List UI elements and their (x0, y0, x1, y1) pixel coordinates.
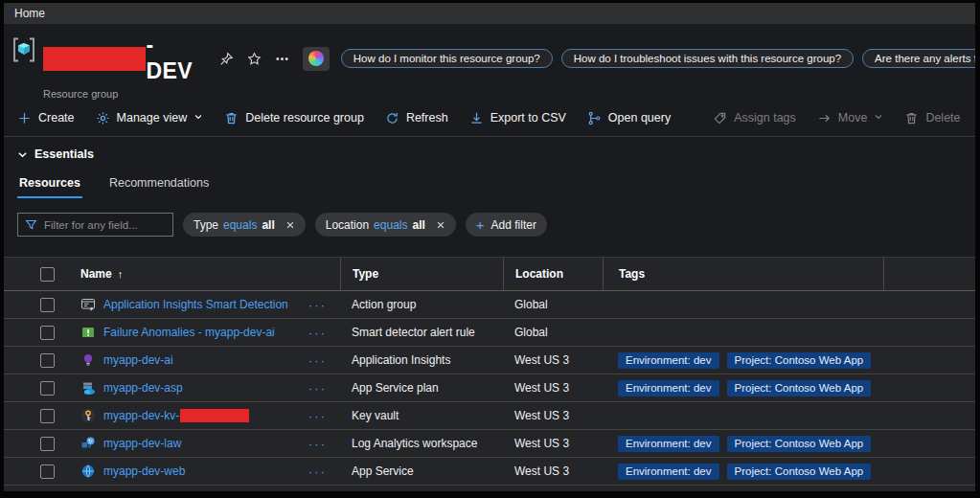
plus-icon (17, 111, 32, 125)
manage-view-button[interactable]: Manage view (96, 111, 204, 125)
add-filter-button[interactable]: + Add filter (466, 213, 547, 237)
tag-pill[interactable]: Project: Contoso Web App (727, 464, 872, 480)
row-context-menu-icon[interactable]: ··· (307, 326, 329, 340)
row-context-menu-icon[interactable]: ··· (307, 437, 329, 451)
row-checkbox[interactable] (40, 298, 55, 312)
column-header-type[interactable]: Type (340, 258, 503, 290)
pin-icon[interactable] (219, 52, 234, 66)
row-context-menu-icon[interactable]: ··· (307, 409, 329, 423)
column-header-tags[interactable]: Tags (603, 258, 883, 290)
breadcrumb-bar: Home (4, 3, 975, 24)
resource-name-link[interactable]: Failure Anomalies - myapp-dev-ai (103, 326, 275, 339)
tab-resources[interactable]: Resources (17, 176, 82, 198)
tag-icon (713, 111, 727, 125)
resource-type-label: Resource group (43, 88, 975, 100)
resource-location: West US 3 (503, 437, 603, 450)
tag-pill[interactable]: Environment: dev (618, 380, 719, 396)
select-all-checkbox[interactable] (40, 267, 55, 282)
row-checkbox[interactable] (40, 381, 55, 396)
tag-pill[interactable]: Environment: dev (618, 491, 719, 492)
resource-name-link[interactable]: myapp-dev-web (103, 464, 185, 478)
sort-ascending-icon: ↑ (118, 268, 124, 280)
delete-resource-group-button[interactable]: Delete resource group (224, 111, 364, 125)
resource-name-link[interactable]: Application Insights Smart Detection (103, 298, 288, 311)
action-group-icon (80, 297, 96, 312)
copilot-icon (308, 51, 324, 66)
arrow-right-icon (817, 111, 832, 125)
tab-recommendations[interactable]: Recommendations (107, 176, 211, 198)
row-context-menu-icon[interactable]: ··· (307, 353, 329, 368)
create-button[interactable]: Create (17, 111, 75, 125)
resource-tags: Environment: devProject: Contoso Web App (603, 464, 883, 480)
table-row: Application Insights Smart Detection···A… (4, 291, 975, 319)
page-title: -DEV (146, 33, 198, 84)
copilot-chip-1[interactable]: How do I troubleshoot issues with this r… (561, 49, 854, 68)
filter-pill-location[interactable]: Locationequalsall (315, 213, 456, 237)
table-row: myapp-dev-ai···Application InsightsWest … (4, 347, 975, 374)
tag-pill[interactable]: Project: Contoso Web App (727, 436, 872, 452)
essentials-toggle[interactable]: Essentials (17, 147, 94, 161)
export-to-csv-button[interactable]: Export to CSV (469, 111, 566, 125)
select-all-cell (4, 258, 73, 290)
row-checkbox[interactable] (40, 353, 55, 368)
tag-pill[interactable]: Project: Contoso Web App (727, 491, 872, 492)
resource-name-link[interactable]: myapp-dev-law (103, 437, 181, 450)
breadcrumb[interactable]: Home (14, 7, 45, 20)
row-context-menu-icon[interactable]: ··· (307, 464, 329, 479)
column-header-location[interactable]: Location (503, 258, 603, 290)
table-row: myapp-dev-asp···App Service planWest US … (4, 374, 975, 402)
filter-input[interactable] (44, 219, 166, 231)
table-row: myapp-dev-law···Log Analytics workspaceW… (4, 430, 975, 458)
resources-table: Name ↑ Type Location Tags Application In… (4, 257, 975, 491)
favorite-star-icon[interactable] (247, 52, 262, 66)
app-service-plan-icon (80, 380, 96, 396)
azure-portal-window: Home -DEV (4, 3, 975, 491)
more-options-icon[interactable] (275, 52, 289, 66)
column-header-spacer (883, 258, 975, 290)
copilot-button[interactable] (303, 47, 330, 71)
row-checkbox[interactable] (40, 464, 55, 479)
tag-pill[interactable]: Environment: dev (618, 352, 719, 369)
filter-bar: TypeequalsallLocationequalsall + Add fil… (17, 213, 975, 237)
add-filter-label: Add filter (491, 218, 536, 232)
resource-location: West US 3 (503, 353, 603, 367)
delete-button: Delete (904, 111, 960, 125)
tag-pill[interactable]: Project: Contoso Web App (727, 352, 872, 369)
table-row: Failure Anomalies - myapp-dev-ai···Smart… (4, 319, 975, 347)
tag-pill[interactable]: Environment: dev (618, 436, 719, 452)
copilot-chip-2[interactable]: Are there any alerts fired for this reso… (862, 49, 975, 68)
resource-type: Log Analytics workspace (340, 437, 503, 450)
refresh-button[interactable]: Refresh (385, 111, 448, 125)
assign-tags-button: Assign tags (713, 111, 796, 125)
gear-icon (96, 111, 110, 125)
copilot-chip-0[interactable]: How do I monitor this resource group? (341, 49, 553, 68)
funnel-icon (25, 218, 37, 231)
open-query-button[interactable]: Open query (587, 111, 671, 125)
filter-pill-type[interactable]: Typeequalsall (183, 213, 306, 237)
row-checkbox[interactable] (40, 409, 55, 423)
chevron-down-icon (17, 149, 28, 160)
resource-location: Global (503, 326, 603, 339)
plus-icon: + (476, 216, 485, 233)
row-context-menu-icon[interactable]: ··· (307, 381, 329, 396)
log-analytics-icon (80, 436, 96, 451)
tag-pill[interactable]: Environment: dev (618, 464, 719, 480)
resource-group-icon (11, 35, 37, 64)
row-checkbox[interactable] (40, 437, 55, 451)
resource-location: West US 3 (503, 381, 603, 395)
row-context-menu-icon[interactable]: ··· (307, 298, 329, 312)
resource-name-link[interactable]: myapp-dev-kv- (103, 409, 249, 422)
table-row: myapp-dev-web···App ServiceWest US 3Envi… (4, 458, 975, 486)
smart-detector-icon (80, 325, 96, 340)
tag-pill[interactable]: Project: Contoso Web App (727, 380, 872, 396)
title-redaction (43, 47, 146, 71)
column-header-name[interactable]: Name ↑ (73, 258, 340, 290)
name-redaction (180, 409, 249, 422)
row-checkbox[interactable] (40, 326, 55, 340)
resource-name-link[interactable]: myapp-dev-ai (103, 353, 173, 367)
filter-pills: TypeequalsallLocationequalsall (183, 213, 456, 237)
resource-name-link[interactable]: myapp-dev-asp (103, 381, 183, 395)
close-icon[interactable] (436, 220, 445, 230)
close-icon[interactable] (285, 220, 295, 230)
table-body: Application Insights Smart Detection···A… (4, 291, 975, 491)
